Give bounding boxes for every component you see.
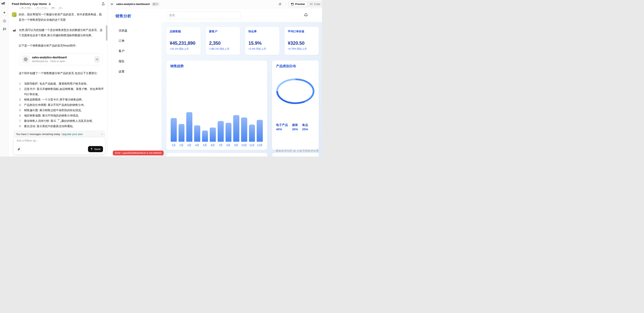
refresh-button[interactable]: [277, 1, 283, 7]
paperclip-icon: [18, 148, 20, 151]
legend-label: 服装: [292, 123, 298, 127]
nav-item-reports[interactable]: 报告: [108, 56, 162, 66]
collapse-panel-button[interactable]: [110, 3, 114, 5]
category-distribution-card: 产品类别分布 电子产品40%服装35%食品25%: [272, 60, 319, 150]
component-card[interactable]: sales-analytics-dashboard dashboard.tsx …: [19, 53, 102, 65]
bar-tick-label: 4月: [194, 143, 200, 147]
tab-code[interactable]: Code: [308, 1, 322, 6]
arrow-up-icon: [90, 148, 93, 150]
metric-delta: +2.4% 同比上月: [248, 47, 276, 51]
chat-scrollbar-thumb[interactable]: [106, 25, 107, 41]
close-icon[interactable]: ×: [101, 133, 103, 136]
category-donut-svg: [276, 77, 315, 105]
flag-icon: [3, 27, 6, 31]
share-button[interactable]: [102, 2, 105, 5]
nav-item-orders[interactable]: 订单: [108, 36, 162, 46]
history-clock-icon: [3, 19, 6, 23]
metric-value: 2,350: [209, 40, 237, 46]
dashboard-content: 总销售额 ¥45,231,890 +20.1% 同比上月 新客户 2,350 +…: [162, 22, 322, 156]
legend-value: 35%: [292, 127, 298, 131]
metric-label: 平均订单价值: [288, 30, 316, 33]
plus-icon: [3, 11, 6, 14]
metric-value: ¥320.50: [288, 40, 316, 46]
chat-header: Food Delivery App Home: [9, 0, 108, 7]
limit-text: You have 1 messages remaining today.: [16, 133, 60, 136]
bar-tick-label: 1月: [171, 143, 177, 147]
legend-value: 25%: [302, 127, 308, 131]
dashboard-sidebar: 销售分析 仪表盘 订单 客户 报告 设置: [108, 8, 162, 156]
version-selector[interactable]: v5: [152, 2, 160, 6]
bar-tick-label: 11月: [249, 143, 255, 147]
nav-item-settings[interactable]: 设置: [108, 66, 162, 77]
assistant-intro-text: 当然,我可以为您创建一个适合销售类型企业的数据分析产品首页。这个页面将包含多个图…: [19, 27, 104, 38]
tab-preview[interactable]: Preview: [288, 1, 308, 7]
list-item: 销售漏斗图: 展示销售过程中各阶段的转化情况。: [19, 108, 104, 113]
dashboard-search-input[interactable]: [166, 11, 241, 19]
dashboard-header: [162, 8, 322, 22]
assistant-message: v0 当然,我可以为您创建一个适合销售类型企业的数据分析产品首页。这个页面将包含…: [12, 27, 104, 38]
user-message: 好的，现在帮我写一个数据分析类产品的首页，有许多图表构成，我是为一个销售类型的企…: [12, 12, 104, 22]
bar-tick-label: 12月: [257, 143, 263, 147]
new-chat-button[interactable]: [2, 10, 7, 15]
dashboard-nav: 仪表盘 订单 客户 报告 设置: [108, 25, 162, 77]
bell-icon[interactable]: [304, 13, 308, 17]
send-button[interactable]: Send: [88, 146, 103, 152]
bar-tick-label: 2月: [178, 143, 185, 147]
follow-up-input[interactable]: [16, 139, 102, 142]
v0-logo[interactable]: v0: [2, 1, 5, 5]
bar-12月: [257, 120, 263, 142]
bar-tick-label: 8月: [226, 143, 232, 147]
attach-button[interactable]: [16, 146, 22, 152]
preview-topbar: sales-analytics-dashboard v5 Preview Cod…: [108, 0, 322, 8]
nav-item-customers[interactable]: 客户: [108, 46, 162, 56]
metric-delta: +20.1% 同比上月: [170, 47, 197, 51]
metric-delta: +180.1% 同比上月: [209, 47, 237, 51]
legend-item: 食品25%: [302, 123, 308, 131]
bar-tick-label: 7月: [218, 143, 224, 147]
bar-10月: [241, 117, 247, 142]
preview-title: sales-analytics-dashboard: [116, 2, 150, 5]
bar-7月: [218, 121, 224, 142]
lock-icon: [48, 2, 51, 5]
metric-card-new-customers: 新客户 2,350 +180.1% 同比上月: [206, 27, 240, 55]
list-item: 顶部导航栏: 包含产品标题、搜索框和用户相关按钮。: [19, 81, 104, 86]
nav-item-dashboard[interactable]: 仪表盘: [108, 25, 162, 36]
bar-tick-label: 5月: [202, 143, 208, 147]
metric-cards-row: 总销售额 ¥45,231,890 +20.1% 同比上月 新客户 2,350 +…: [166, 27, 319, 55]
list-item: 最佳销售人员排行榜: 展示表现最好的销售人员及其业绩。: [19, 118, 104, 124]
category-legend: 电子产品40%服装35%食品25%: [276, 123, 315, 131]
component-card-subtitle: dashboard.tsx · Click to open: [32, 59, 92, 63]
scroll-to-bottom-button[interactable]: [56, 117, 61, 123]
charts-row: 销售趋势 1月2月3月4月5月6月7月8月9月10月11月12月 产品类别分布 …: [166, 60, 319, 150]
metric-card-avg-order-value: 平均订单价值 ¥320.50 +4.75% 同比上月: [284, 27, 319, 55]
upgrade-plan-link[interactable]: Upgrade your plan: [62, 133, 83, 136]
bar-9月: [233, 115, 239, 142]
next-row-card: [272, 153, 319, 156]
sales-trend-labels: 1月2月3月4月5月6月7月8月9月10月11月12月: [170, 142, 263, 147]
preview-controls: Preview Code: [277, 1, 322, 7]
feedback-button[interactable]: [2, 26, 7, 32]
preview-viewport: 销售分析 仪表盘 订单 客户 报告 设置 总销售额 ¥45,231,890 +2…: [108, 8, 322, 156]
bar-5月: [202, 130, 208, 142]
bar-3月: [186, 112, 192, 142]
list-item: 销售趋势图表: 一个大型卡片,用于展示销售趋势。: [19, 97, 104, 102]
component-card-meta: sales-analytics-dashboard dashboard.tsx …: [32, 56, 92, 63]
user-avatar: [12, 12, 16, 17]
refresh-icon: [278, 3, 281, 5]
browser-icon: [291, 3, 294, 5]
v0-app-window: v0 Food Delivery App Home Copy: [0, 0, 322, 156]
project-title[interactable]: Food Delivery App Home: [12, 2, 47, 5]
code-icon: [310, 3, 313, 5]
bar-11月: [249, 125, 255, 142]
feature-list: 顶部导航栏: 包含产品标题、搜索框和用户相关按钮。 总览卡片: 显示关键销售指标…: [19, 81, 104, 129]
bar-tick-label: 3月: [186, 143, 192, 147]
history-button[interactable]: [2, 18, 7, 24]
metric-label: 总销售额: [170, 30, 197, 33]
bar-tick-label: 9月: [233, 143, 239, 147]
chat-panel: Food Delivery App Home Copy Retry: [9, 0, 108, 156]
legend-value: 40%: [276, 127, 288, 131]
bar-4月: [194, 125, 200, 142]
legend-item: 电子产品40%: [276, 123, 288, 131]
bar-6月: [210, 128, 216, 142]
legend-item: 服装35%: [292, 123, 298, 131]
